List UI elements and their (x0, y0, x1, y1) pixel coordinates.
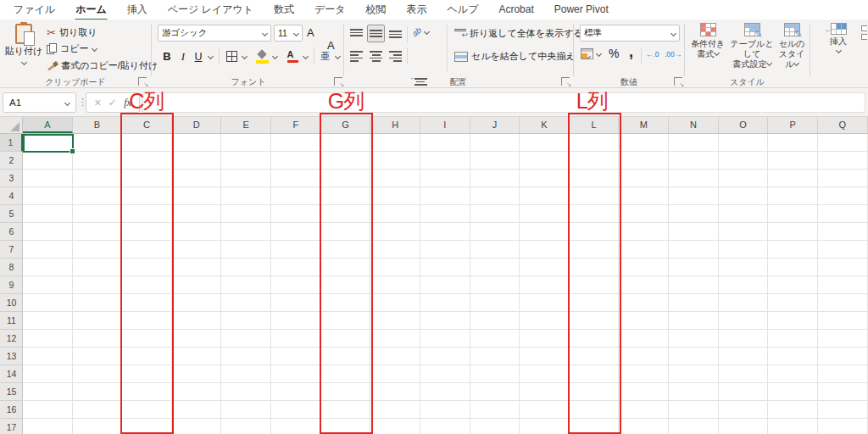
number-dialog-launcher-icon[interactable] (674, 77, 682, 86)
paste-caret-icon (20, 59, 26, 65)
borders-button[interactable] (224, 47, 239, 66)
menu-tab-9[interactable]: ヘルプ (437, 0, 489, 21)
font-name-value: 游ゴシック (162, 27, 207, 39)
row-header-4[interactable]: 4 (0, 187, 23, 205)
menu-tab-3[interactable]: 挿入 (117, 0, 158, 21)
align-bottom-button[interactable] (387, 25, 404, 42)
excel-window: ファイルホーム挿入ページ レイアウト数式データ校閲表示ヘルプAcrobatPow… (0, 0, 868, 434)
row-header-16[interactable]: 16 (0, 401, 23, 419)
fill-color-button[interactable] (254, 47, 270, 66)
conditional-formatting-button[interactable]: 条件付き 書式 (687, 23, 729, 72)
column-header-L[interactable]: L (570, 117, 620, 133)
column-header-O[interactable]: O (719, 117, 769, 133)
percent-style-button[interactable]: % (609, 47, 619, 60)
enter-icon[interactable]: ✓ (108, 97, 117, 108)
column-header-M[interactable]: M (619, 117, 669, 133)
selected-cell-a1[interactable] (23, 134, 74, 153)
row-header-12[interactable]: 12 (0, 330, 23, 348)
wrap-text-button[interactable]: ↩ 折り返して全体を表示する (454, 27, 583, 40)
row-header-7[interactable]: 7 (0, 241, 23, 259)
row-header-13[interactable]: 13 (0, 348, 23, 365)
column-header-P[interactable]: P (768, 117, 818, 133)
align-center-button[interactable] (367, 47, 385, 65)
column-header-C[interactable]: C (122, 117, 172, 133)
merge-center-button[interactable]: セルを結合して中央揃え (454, 50, 590, 63)
column-headers: ABCDEFGHIJKLMNOPQ (0, 117, 868, 134)
column-header-F[interactable]: F (271, 117, 321, 133)
menu-tab-5[interactable]: 数式 (264, 0, 304, 21)
row-header-3[interactable]: 3 (0, 170, 23, 187)
decrease-decimal-button[interactable]: .00→ (665, 50, 682, 58)
column-header-Q[interactable]: Q (818, 117, 868, 133)
column-header-N[interactable]: N (669, 117, 719, 133)
font-color-caret-icon[interactable] (301, 47, 309, 66)
select-all-corner[interactable] (0, 117, 23, 133)
menu-tab-4[interactable]: ページ レイアウト (158, 0, 264, 21)
grid-cells[interactable] (23, 134, 868, 434)
row-header-15[interactable]: 15 (0, 383, 23, 401)
align-right-button[interactable] (387, 47, 404, 65)
cancel-icon[interactable]: × (94, 96, 101, 109)
row-header-8[interactable]: 8 (0, 259, 23, 276)
row-header-11[interactable]: 11 (0, 312, 23, 330)
row-header-2[interactable]: 2 (0, 152, 23, 170)
menu-tab-8[interactable]: 表示 (397, 0, 437, 21)
italic-button[interactable]: I (177, 47, 189, 66)
phonetic-caret-icon[interactable] (333, 47, 342, 66)
clipboard-dialog-launcher-icon[interactable] (138, 77, 147, 86)
underline-caret-icon[interactable] (206, 47, 214, 66)
column-header-H[interactable]: H (370, 117, 420, 133)
cut-button[interactable]: ✂ 切り取り (47, 26, 97, 39)
name-box[interactable]: A1 (3, 92, 76, 113)
column-header-B[interactable]: B (73, 117, 123, 133)
format-painter-button[interactable]: 書式のコピー/貼り付け (47, 59, 158, 72)
orientation-button[interactable]: ab (412, 27, 429, 36)
align-left-button[interactable] (348, 47, 365, 65)
column-header-D[interactable]: D (172, 117, 222, 133)
accounting-format-button[interactable] (581, 48, 601, 59)
font-color-button[interactable]: A (285, 47, 300, 66)
menu-tab-10[interactable]: Acrobat (488, 0, 543, 19)
underline-button[interactable]: U (192, 47, 204, 66)
row-header-6[interactable]: 6 (0, 223, 23, 241)
column-header-K[interactable]: K (520, 117, 570, 133)
borders-caret-icon[interactable] (240, 47, 248, 66)
menu-tab-1[interactable]: ファイル (3, 0, 65, 21)
orientation-caret-icon (424, 29, 430, 35)
fill-color-caret-icon[interactable] (270, 47, 279, 66)
phonetic-guide-button[interactable]: 亜 (319, 47, 332, 66)
column-header-E[interactable]: E (221, 117, 271, 133)
number-format-combobox[interactable]: 標準 (580, 25, 680, 42)
cell-styles-button[interactable]: ✎ セルの スタイル (775, 23, 809, 72)
font-dialog-launcher-icon[interactable] (334, 77, 342, 86)
menu-tab-7[interactable]: 校閲 (356, 0, 397, 21)
copy-button[interactable]: コピー (47, 42, 97, 55)
comma-style-button[interactable]: , (629, 43, 633, 61)
menu-tab-2[interactable]: ホーム (65, 0, 117, 21)
increase-decimal-button[interactable]: ←.0 (646, 50, 659, 58)
formula-input[interactable] (142, 92, 865, 113)
row-header-9[interactable]: 9 (0, 276, 23, 294)
paste-button[interactable]: 貼り付け (4, 22, 43, 74)
column-header-J[interactable]: J (470, 117, 520, 133)
column-header-I[interactable]: I (420, 117, 470, 133)
alignment-dialog-launcher-icon[interactable] (561, 77, 570, 86)
row-header-14[interactable]: 14 (0, 365, 23, 383)
bold-button[interactable]: B (160, 47, 174, 66)
row-header-17[interactable]: 17 (0, 419, 23, 434)
format-as-table-button[interactable]: ✎ テーブルとして 書式設定 (729, 23, 775, 72)
column-header-A[interactable]: A (23, 117, 73, 133)
column-header-G[interactable]: G (321, 117, 371, 133)
align-middle-button[interactable] (367, 25, 385, 42)
insert-label: 挿入 (830, 36, 847, 46)
row-header-10[interactable]: 10 (0, 294, 23, 312)
insert-cells-button[interactable]: ← 挿入 (821, 23, 856, 72)
font-size-combobox[interactable]: 11 (274, 25, 303, 42)
menu-tab-6[interactable]: データ (304, 0, 356, 21)
copy-icon (47, 43, 57, 54)
menu-tab-11[interactable]: Power Pivot (544, 0, 619, 19)
row-header-1[interactable]: 1 (0, 134, 23, 152)
align-top-button[interactable] (348, 25, 365, 42)
row-header-5[interactable]: 5 (0, 205, 23, 223)
font-name-combobox[interactable]: 游ゴシック (158, 25, 271, 42)
